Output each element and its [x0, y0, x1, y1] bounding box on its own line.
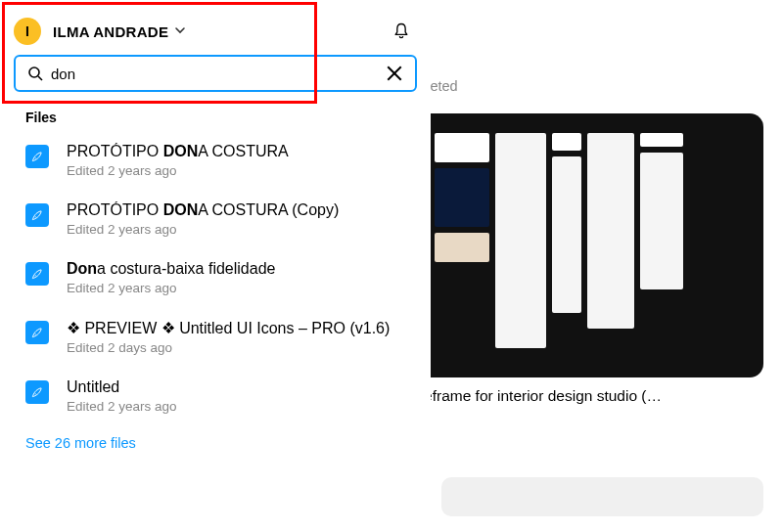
- search-result-item[interactable]: ❖ PREVIEW ❖ Untitled UI Icons – PRO (v1.…: [10, 309, 421, 369]
- file-name: Dona costura-baixa fidelidade: [67, 260, 411, 278]
- svg-line-1: [38, 76, 42, 80]
- svg-point-4: [35, 157, 36, 158]
- notifications-icon[interactable]: [392, 22, 411, 41]
- results-section-label: Files: [0, 106, 431, 133]
- svg-point-0: [29, 67, 39, 77]
- svg-point-6: [35, 275, 36, 276]
- file-meta: Edited 2 years ago: [67, 399, 411, 414]
- search-input[interactable]: [51, 66, 386, 82]
- file-name: Untitled: [67, 378, 411, 396]
- search-icon: [27, 66, 43, 81]
- file-icon: [25, 262, 49, 286]
- svg-point-8: [35, 393, 36, 394]
- search-result-item[interactable]: Dona costura-baixa fidelidadeEdited 2 ye…: [10, 250, 421, 309]
- file-icon: [25, 380, 49, 404]
- file-icon: [25, 321, 49, 344]
- file-name: ❖ PREVIEW ❖ Untitled UI Icons – PRO (v1.…: [67, 319, 411, 337]
- file-meta: Edited 2 days ago: [67, 340, 411, 355]
- search-result-item[interactable]: UntitledEdited 2 years ago: [10, 369, 421, 427]
- username: ILMA ANDRADE: [53, 23, 168, 40]
- file-name: PROTÓTIPO DONA COSTURA: [67, 143, 411, 160]
- file-icon: [25, 145, 49, 168]
- file-card-placeholder: [441, 477, 763, 516]
- thumbnail-wireframes: [412, 133, 705, 358]
- chevron-down-icon: [174, 24, 186, 39]
- search-box[interactable]: [14, 55, 417, 92]
- search-result-item[interactable]: PROTÓTIPO DONA COSTURA (Copy)Edited 2 ye…: [10, 192, 421, 250]
- file-icon: [25, 203, 49, 227]
- svg-point-7: [35, 333, 36, 334]
- see-more-link[interactable]: See 26 more files: [0, 427, 431, 459]
- avatar: I: [14, 18, 41, 45]
- workspace-switcher[interactable]: I ILMA ANDRADE: [0, 0, 431, 55]
- svg-point-5: [35, 216, 36, 217]
- search-results-list: PROTÓTIPO DONA COSTURAEdited 2 years ago…: [0, 133, 431, 427]
- file-meta: Edited 2 years ago: [67, 222, 411, 237]
- search-dropdown-panel: I ILMA ANDRADE Files PROTÓTIPO DONA COST…: [0, 0, 431, 532]
- clear-search-icon[interactable]: [386, 65, 403, 82]
- search-result-item[interactable]: PROTÓTIPO DONA COSTURAEdited 2 years ago: [10, 133, 421, 192]
- file-meta: Edited 2 years ago: [67, 281, 411, 295]
- file-meta: Edited 2 years ago: [67, 163, 411, 178]
- file-name: PROTÓTIPO DONA COSTURA (Copy): [67, 201, 411, 219]
